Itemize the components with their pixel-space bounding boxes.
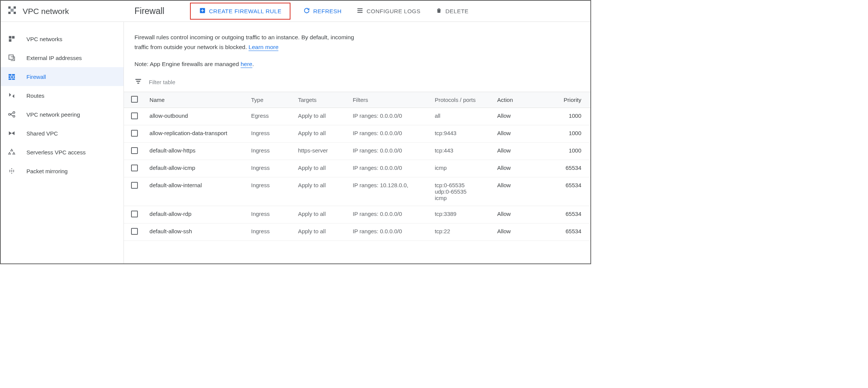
configure-logs-button[interactable]: CONFIGURE LOGS (354, 4, 423, 18)
sidebar-item-external-ip[interactable]: External IP addresses (1, 48, 124, 67)
svg-point-24 (9, 170, 11, 171)
row-checkbox[interactable] (131, 182, 138, 189)
row-checkbox[interactable] (131, 130, 138, 137)
cell-priority: 65534 (555, 206, 590, 223)
table-row[interactable]: default-allow-rdpIngressApply to allIP r… (124, 206, 590, 223)
cell-name: default-allow-https (145, 143, 247, 160)
svg-rect-9 (9, 36, 12, 39)
packet-mirroring-icon (8, 167, 16, 175)
sidebar-item-shared-vpc[interactable]: Shared VPC (1, 124, 124, 143)
select-all-checkbox[interactable] (131, 96, 138, 103)
svg-rect-14 (12, 74, 15, 75)
cell-name: default-allow-ssh (145, 223, 247, 241)
filter-icon[interactable] (134, 77, 142, 86)
row-checkbox[interactable] (131, 211, 138, 217)
row-checkbox[interactable] (131, 228, 138, 235)
sidebar-item-label: Routes (26, 92, 45, 99)
th-targets[interactable]: Targets (293, 92, 348, 108)
cell-type: Ingress (247, 206, 293, 223)
svg-rect-8 (358, 12, 363, 13)
svg-point-26 (13, 170, 14, 171)
configure-logs-label: CONFIGURE LOGS (366, 8, 420, 14)
create-firewall-rule-button[interactable]: CREATE FIREWALL RULE (190, 3, 290, 20)
cell-priority: 65534 (555, 177, 590, 206)
svg-rect-4 (11, 9, 14, 12)
delete-label: DELETE (445, 8, 468, 14)
cell-targets: Apply to all (293, 125, 348, 143)
svg-rect-6 (358, 8, 363, 9)
sidebar-item-routes[interactable]: Routes (1, 86, 124, 105)
cell-protocols: tcp:22 (430, 223, 493, 241)
row-checkbox[interactable] (131, 112, 138, 119)
table-row[interactable]: allow-outboundEgressApply to allIP range… (124, 108, 590, 125)
cell-protocols: tcp:0-65535udp:0-65535icmp (430, 177, 493, 206)
vpc-product-icon (8, 6, 17, 17)
sidebar-item-vpc-networks[interactable]: VPC networks (1, 29, 124, 48)
row-checkbox[interactable] (131, 165, 138, 171)
intro-line2b: . (252, 61, 254, 67)
svg-rect-19 (12, 79, 15, 80)
table-row[interactable]: default-allow-internalIngressApply to al… (124, 177, 590, 206)
refresh-label: REFRESH (313, 8, 341, 14)
learn-more-link[interactable]: Learn more (249, 44, 278, 51)
external-ip-icon (8, 54, 16, 62)
delete-button[interactable]: DELETE (433, 4, 471, 18)
cell-filters: IP ranges: 0.0.0.0/0 (348, 108, 430, 125)
serverless-icon (8, 148, 16, 156)
svg-point-21 (13, 112, 15, 114)
cell-protocols: icmp (430, 160, 493, 177)
main-content: Firewall rules control incoming or outgo… (124, 22, 590, 263)
svg-point-29 (11, 173, 12, 174)
svg-rect-16 (11, 76, 13, 78)
sidebar-item-peering[interactable]: VPC network peering (1, 105, 124, 124)
cell-priority: 65534 (555, 160, 590, 177)
sidebar: VPC networks External IP addresses Firew… (1, 22, 124, 263)
cell-type: Egress (247, 108, 293, 125)
routes-icon (8, 91, 16, 100)
sidebar-item-packet-mirroring[interactable]: Packet mirroring (1, 162, 124, 180)
th-name[interactable]: Name (145, 92, 247, 108)
table-row[interactable]: allow-replication-data-transportIngressA… (124, 125, 590, 143)
firewall-icon (8, 72, 16, 81)
table-row[interactable]: default-allow-httpsIngresshttps-serverIP… (124, 143, 590, 160)
cell-type: Ingress (247, 160, 293, 177)
cell-action: Allow (493, 125, 555, 143)
th-protocols[interactable]: Protocols / ports (430, 92, 493, 108)
cell-protocols: tcp:3389 (430, 206, 493, 223)
cell-targets: Apply to all (293, 206, 348, 223)
filter-input[interactable] (149, 79, 262, 85)
refresh-button[interactable]: REFRESH (301, 4, 344, 18)
cell-targets: Apply to all (293, 108, 348, 125)
cell-filters: IP ranges: 0.0.0.0/0 (348, 223, 430, 241)
top-bar: VPC network Firewall CREATE FIREWALL RUL… (1, 1, 590, 22)
svg-point-22 (13, 115, 15, 117)
table-row[interactable]: default-allow-icmpIngressApply to allIP … (124, 160, 590, 177)
svg-rect-11 (9, 39, 12, 42)
svg-rect-3 (14, 12, 16, 14)
svg-rect-18 (9, 79, 12, 80)
th-action[interactable]: Action (493, 92, 555, 108)
cell-type: Ingress (247, 177, 293, 206)
sidebar-item-label: Serverless VPC access (26, 149, 86, 156)
th-type[interactable]: Type (247, 92, 293, 108)
cell-type: Ingress (247, 125, 293, 143)
peering-icon (8, 110, 16, 119)
cell-priority: 1000 (555, 143, 590, 160)
th-priority[interactable]: Priority (555, 92, 590, 108)
svg-point-27 (13, 171, 14, 172)
sidebar-item-firewall[interactable]: Firewall (1, 67, 124, 86)
th-filters[interactable]: Filters (348, 92, 430, 108)
refresh-icon (303, 7, 310, 15)
sidebar-item-label: Shared VPC (26, 130, 58, 137)
svg-point-25 (9, 171, 11, 172)
sidebar-item-serverless[interactable]: Serverless VPC access (1, 143, 124, 162)
table-row[interactable]: default-allow-sshIngressApply to allIP r… (124, 223, 590, 241)
svg-rect-13 (9, 74, 12, 75)
row-checkbox[interactable] (131, 147, 138, 154)
intro-line2a: Note: App Engine firewalls are managed (134, 61, 241, 67)
create-firewall-rule-label: CREATE FIREWALL RULE (209, 8, 281, 14)
svg-point-28 (11, 168, 12, 169)
product-title: VPC network (1, 1, 124, 22)
app-engine-here-link[interactable]: here (241, 61, 252, 68)
cell-action: Allow (493, 108, 555, 125)
